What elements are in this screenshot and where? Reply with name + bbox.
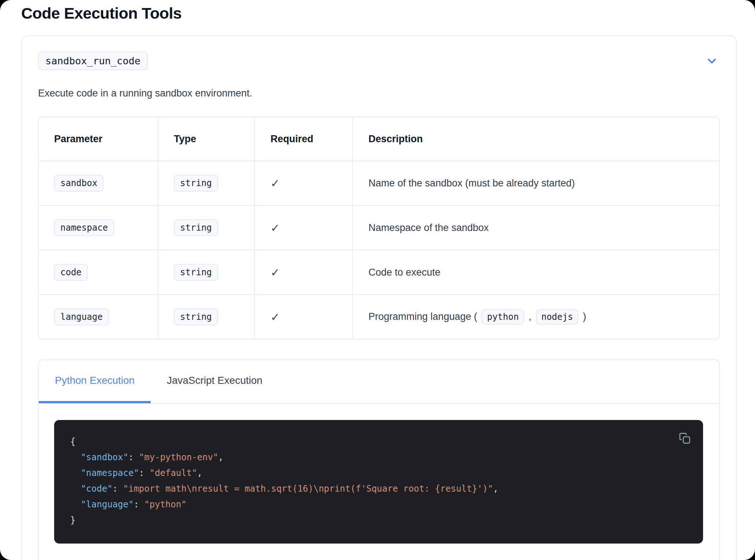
code-line: "language": "python" [70, 497, 687, 512]
page-title: Code Execution Tools [0, 0, 755, 22]
type-badge: string [174, 264, 218, 281]
tool-name-badge: sandbox_run_code [38, 52, 148, 70]
description-text: Namespace of the sandbox [368, 222, 489, 233]
code-line: "sandbox": "my-python-env", [70, 450, 687, 465]
tab-javascript-execution[interactable]: JavaScript Execution [151, 360, 278, 403]
tool-description: Execute code in a running sandbox enviro… [38, 88, 720, 99]
parameters-table: ParameterTypeRequiredDescription sandbox… [38, 117, 720, 340]
code-line: } [70, 512, 687, 528]
required-cell: ✓ [255, 161, 353, 206]
description-text: ) [583, 311, 586, 322]
parameter-cell: code [39, 250, 158, 295]
description-text: , [529, 311, 531, 322]
type-badge: string [174, 175, 218, 192]
code-content: { "sandbox": "my-python-env", "namespace… [70, 434, 687, 528]
inline-code-badge: nodejs [536, 309, 579, 325]
tool-card-header: sandbox_run_code [38, 52, 720, 70]
parameter-cell: namespace [39, 206, 158, 250]
table-row: sandboxstring✓Name of the sandbox (must … [39, 161, 719, 206]
description-text: Name of the sandbox (must be already sta… [368, 178, 575, 189]
parameter-badge: code [54, 264, 88, 281]
description-text: Code to execute [368, 267, 440, 278]
column-header: Description [353, 117, 719, 161]
table-row: languagestring✓Programming language (pyt… [39, 295, 719, 339]
required-cell: ✓ [255, 250, 353, 295]
column-header: Parameter [39, 117, 158, 161]
required-checkmark: ✓ [270, 266, 279, 279]
code-block: { "sandbox": "my-python-env", "namespace… [54, 420, 703, 544]
page: Code Execution Tools sandbox_run_code Ex… [0, 0, 755, 560]
examples-card: Python ExecutionJavaScript Execution { "… [38, 359, 720, 560]
parameter-badge: language [54, 309, 109, 325]
tab-panel-python-execution: { "sandbox": "my-python-env", "namespace… [39, 404, 719, 560]
type-cell: string [158, 206, 255, 250]
inline-code-badge: python [481, 309, 524, 325]
type-cell: string [158, 295, 255, 339]
chevron-down-icon [705, 54, 718, 68]
column-header: Required [255, 117, 353, 161]
type-badge: string [174, 219, 218, 236]
tool-card: sandbox_run_code Execute code in a runni… [21, 35, 737, 560]
description-cell: Name of the sandbox (must be already sta… [353, 161, 719, 206]
column-header: Type [158, 117, 255, 161]
parameter-badge: namespace [54, 219, 114, 236]
description-cell: Namespace of the sandbox [353, 206, 719, 250]
description-cell: Programming language (python,nodejs) [353, 295, 719, 339]
parameter-cell: sandbox [39, 161, 158, 206]
type-badge: string [174, 309, 218, 325]
tab-bar: Python ExecutionJavaScript Execution [39, 360, 719, 404]
type-cell: string [158, 161, 255, 206]
parameter-badge: sandbox [54, 175, 104, 192]
description-cell: Code to execute [353, 250, 719, 295]
copy-button[interactable] [677, 430, 693, 446]
code-line: "namespace": "default", [70, 465, 687, 481]
type-cell: string [158, 250, 255, 295]
table-row: codestring✓Code to execute [39, 250, 719, 295]
required-cell: ✓ [255, 295, 353, 339]
copy-icon [679, 432, 691, 444]
table-header-row: ParameterTypeRequiredDescription [39, 117, 719, 161]
collapse-toggle-button[interactable] [704, 53, 720, 69]
code-line: "code": "import math\nresult = math.sqrt… [70, 481, 687, 497]
required-checkmark: ✓ [270, 177, 279, 189]
required-checkmark: ✓ [270, 311, 279, 323]
description-text: Programming language ( [368, 311, 477, 322]
table-row: namespacestring✓Namespace of the sandbox [39, 206, 719, 250]
required-checkmark: ✓ [270, 222, 279, 234]
required-cell: ✓ [255, 206, 353, 250]
parameter-cell: language [39, 295, 158, 339]
tab-python-execution[interactable]: Python Execution [39, 360, 151, 403]
code-line: { [70, 434, 687, 450]
